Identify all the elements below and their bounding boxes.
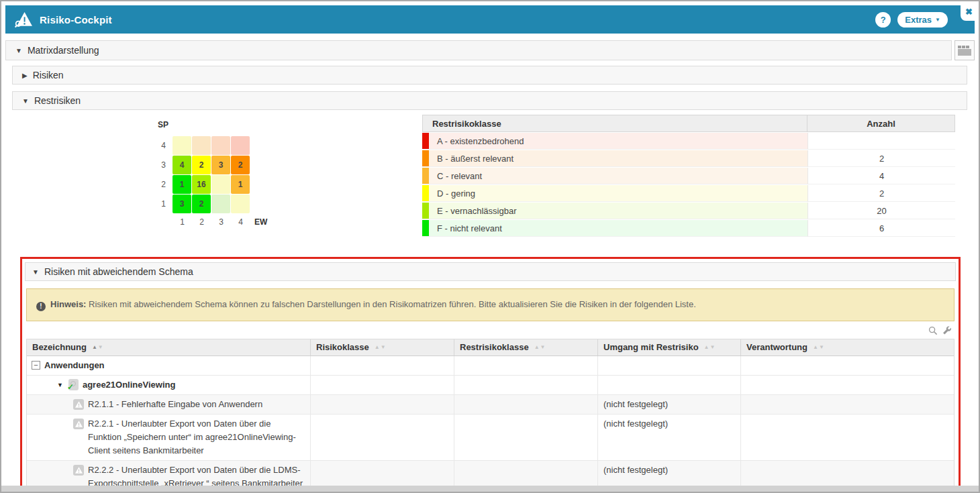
column-header-verantwortung[interactable]: Verantwortung▲▼ xyxy=(741,339,954,355)
verantwortung-cell xyxy=(741,415,954,460)
extras-button[interactable]: Extras▼ xyxy=(897,12,948,28)
risikoklasse-cell xyxy=(311,356,454,375)
restrisikoklasse-table-body: A - existenzbedrohendB - äußerst relevan… xyxy=(422,133,955,237)
caret-right-icon: ▶ xyxy=(22,72,28,79)
column-header-umgang-mit-restrisiko[interactable]: Umgang mit Restrisiko▲▼ xyxy=(598,339,741,355)
restrisikoklasse-row[interactable]: C - relevant4 xyxy=(422,168,955,184)
schema-table-body: −Anwendungen▼✓agree21OnlineViewingR2.1.1… xyxy=(27,356,954,493)
sort-icon[interactable]: ▲▼ xyxy=(704,344,716,350)
column-header-label: Restrisikoklasse xyxy=(460,342,529,352)
restrisikoklasse-text: B - äußerst relevant xyxy=(437,154,513,164)
wrench-icon[interactable] xyxy=(942,326,952,335)
class-color-swatch xyxy=(422,203,429,219)
restrisikoklasse-text: E - vernachlässigbar xyxy=(437,206,517,216)
sort-icon[interactable]: ▲▼ xyxy=(92,344,104,350)
app-window: Risiko-Cockpit ? Extras▼ ✖ ▼ Matrixdarst… xyxy=(0,0,980,493)
info-icon: ! xyxy=(36,302,46,311)
collapse-minus-icon[interactable]: − xyxy=(32,361,40,370)
table-row[interactable]: R2.2.1 - Unerlaubter Export von Daten üb… xyxy=(27,414,954,460)
hint-box: !Hinweis: Risiken mit abweichendem Schem… xyxy=(26,288,954,321)
restrisikoklasse-label: A - existenzbedrohend xyxy=(422,133,807,150)
sort-asc-icon: ▲ xyxy=(534,344,540,350)
sort-desc-icon: ▼ xyxy=(98,344,104,350)
matrix-cell: 2 xyxy=(192,156,211,174)
risk-matrix-grid: 43423221161132 xyxy=(150,136,267,213)
umgang-cell xyxy=(598,376,741,394)
anzahl-value: 20 xyxy=(807,203,955,219)
matrix-row: 132 xyxy=(150,195,267,213)
matrix-row: 21161 xyxy=(150,175,267,194)
matrix-row: 34232 xyxy=(150,156,267,174)
matrix-y-axis-label: SP xyxy=(158,120,267,129)
column-header-label: Risikoklasse xyxy=(316,342,369,352)
risk-warning-icon xyxy=(73,419,84,429)
class-color-swatch xyxy=(422,168,429,184)
restrisikoklasse-table-header: Restrisikoklasse Anzahl xyxy=(422,115,955,132)
close-button[interactable]: ✖ xyxy=(961,3,977,21)
bezeichnung-cell: ▼✓agree21OnlineViewing xyxy=(27,376,311,394)
subgroup-label: agree21OnlineViewing xyxy=(83,378,175,392)
restrisikoklasse-row[interactable]: F - nicht relevant6 xyxy=(422,220,955,237)
table-row[interactable]: ▼✓agree21OnlineViewing xyxy=(27,375,954,394)
restrisikoklasse-row[interactable]: B - äußerst relevant2 xyxy=(422,150,955,167)
restrisikoklasse-label: B - äußerst relevant xyxy=(422,150,807,167)
window-bottom-edge xyxy=(1,486,979,492)
chevron-down-icon: ▼ xyxy=(935,17,940,23)
anzahl-value xyxy=(807,133,955,150)
matrix-cell xyxy=(211,136,230,155)
verantwortung-cell xyxy=(741,376,954,394)
window-icon xyxy=(958,46,971,56)
matrix-x-tick: 1 xyxy=(173,217,192,227)
umgang-cell xyxy=(598,356,741,375)
section-restrisiken[interactable]: ▼ Restrisiken xyxy=(12,91,967,110)
column-header-label: Bezeichnung xyxy=(32,342,87,352)
layout-window-button[interactable] xyxy=(954,40,975,60)
sort-icon[interactable]: ▲▼ xyxy=(375,344,387,350)
class-color-swatch xyxy=(422,220,429,236)
checkmark-icon: ✓ xyxy=(67,380,74,394)
sort-desc-icon: ▼ xyxy=(710,344,716,350)
restrisikoklasse-row[interactable]: A - existenzbedrohend xyxy=(422,133,955,150)
sort-desc-icon: ▼ xyxy=(540,344,546,350)
restrisikoklasse-row[interactable]: D - gering2 xyxy=(422,185,955,202)
umgang-cell: (nicht festgelegt) xyxy=(598,395,741,414)
risk-warning-icon xyxy=(73,465,84,476)
section-risiken[interactable]: ▶ Risiken xyxy=(12,66,967,85)
help-button[interactable]: ? xyxy=(875,12,891,28)
application-icon: ✓ xyxy=(68,379,79,390)
matrix-x-tick: 3 xyxy=(211,217,231,227)
column-restrisikoklasse: Restrisikoklasse xyxy=(423,115,807,131)
caret-down-icon[interactable]: ▼ xyxy=(57,378,63,392)
matrix-cell xyxy=(211,175,230,194)
bezeichnung-cell: R2.1.1 - Fehlerhafte Eingabe von Anwende… xyxy=(27,395,311,414)
sort-desc-icon: ▼ xyxy=(381,344,387,350)
restrisikoklasse-text: D - gering xyxy=(437,188,475,199)
matrix-y-tick: 2 xyxy=(150,180,173,189)
column-header-label: Umgang mit Restrisiko xyxy=(603,342,699,352)
column-header-risikoklasse[interactable]: Risikoklasse▲▼ xyxy=(311,339,454,355)
sort-icon[interactable]: ▲▼ xyxy=(813,344,825,350)
column-header-restrisikoklasse[interactable]: Restrisikoklasse▲▼ xyxy=(454,339,598,355)
section-schema-label: Risiken mit abweichendem Schema xyxy=(44,266,193,277)
restrisikoklasse-cell xyxy=(454,356,598,375)
sort-icon[interactable]: ▲▼ xyxy=(534,344,546,350)
anzahl-value: 4 xyxy=(807,168,955,184)
section-matrixdarstellung[interactable]: ▼ Matrixdarstellung xyxy=(5,40,952,60)
table-row[interactable]: R2.1.1 - Fehlerhafte Eingabe von Anwende… xyxy=(27,394,954,414)
page-title: Risiko-Cockpit xyxy=(40,14,112,25)
risk-label: R2.2.1 - Unerlaubter Export von Daten üb… xyxy=(88,417,305,457)
risikoklasse-cell xyxy=(311,376,454,394)
matrix-cell xyxy=(211,195,230,213)
restrisikoklasse-text: C - relevant xyxy=(437,171,482,181)
matrix-cell: 16 xyxy=(192,175,211,194)
column-header-bezeichnung[interactable]: Bezeichnung▲▼ xyxy=(27,339,311,355)
bezeichnung-cell: R2.2.1 - Unerlaubter Export von Daten üb… xyxy=(27,415,311,460)
restrisikoklasse-label: D - gering xyxy=(422,185,807,202)
table-row[interactable]: −Anwendungen xyxy=(27,356,954,375)
search-icon[interactable] xyxy=(928,326,938,335)
restrisikoklasse-cell xyxy=(454,376,598,394)
restrisikoklasse-row[interactable]: E - vernachlässigbar20 xyxy=(422,203,955,219)
matrix-x-axis-label: EW xyxy=(254,217,267,227)
section-schema[interactable]: ▼ Risiken mit abweichendem Schema xyxy=(25,262,956,281)
sort-asc-icon: ▲ xyxy=(375,344,381,350)
